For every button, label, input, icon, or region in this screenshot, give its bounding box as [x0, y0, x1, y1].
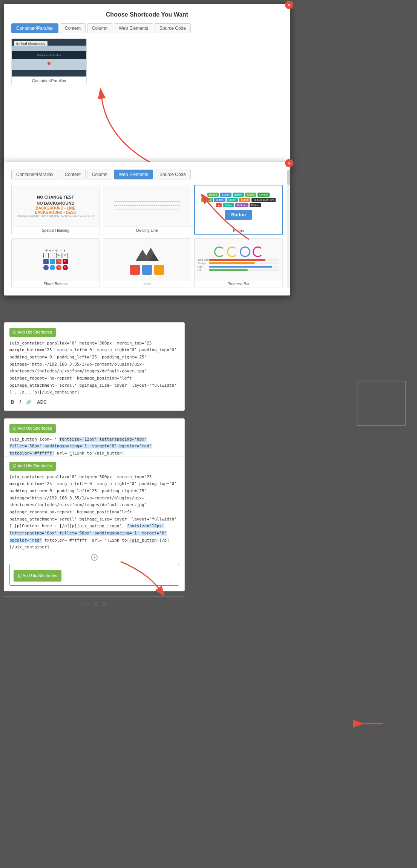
pb-bar-bg-3: [209, 266, 279, 268]
sc-special-heading[interactable]: NO CHANGE TESTNO BACKGROUND BACKGROUND •…: [11, 185, 100, 235]
tab-content-2[interactable]: Content: [60, 170, 86, 179]
share-row-text: ⊕ ★ ✓ ◎ ☺ ▲: [45, 249, 66, 252]
code-main-text[interactable]: [uix_container parallax='0' height='300p…: [9, 474, 179, 551]
code-main-params: parallax='0' height='300px' margin_top='…: [9, 475, 177, 529]
pb-fill-4: [209, 269, 248, 271]
div-line-3: [114, 210, 179, 210]
modal2-scrollbar[interactable]: [287, 170, 290, 288]
sc-icon-label: Icon: [103, 280, 191, 288]
pb-circle-green: [214, 246, 225, 257]
pb-label-3: Dev: [198, 265, 209, 268]
sc-share-buttons-label: Share Buttons: [12, 280, 100, 288]
italic-btn[interactable]: I: [18, 399, 22, 405]
special-heading-preview: NO CHANGE TESTNO BACKGROUND BACKGROUND •…: [12, 185, 100, 227]
link-btn[interactable]: 🔗: [25, 399, 33, 405]
pb-bar-row-3: Dev: [198, 265, 279, 268]
add-shortcode-btn-main[interactable]: Add Uix Shortodes: [9, 462, 56, 471]
pb-label-1: Web Des: [198, 259, 209, 261]
div-line-2: [114, 205, 179, 206]
sc-dividing-line-label: Dividing Line: [103, 227, 191, 234]
pb-circle-blue: [240, 246, 250, 257]
share-fb-round: f: [43, 265, 49, 270]
code-uix-btn-end-link: /uix_button: [129, 538, 157, 543]
share-row-2: f t G P: [43, 259, 68, 264]
tab-column-1[interactable]: Column: [87, 23, 112, 33]
sh-subtitle: THIS IS A DESCRIPTION FOR THE HEADING. D…: [17, 214, 95, 217]
add-shortcode-btn-1[interactable]: Add Uix Shortodes: [9, 328, 56, 337]
sc-dividing-line[interactable]: Dividing Line: [103, 185, 192, 235]
share-border-3: G+: [56, 253, 61, 258]
add-area-button[interactable]: +: [9, 554, 179, 561]
share-border-4: P: [63, 253, 68, 258]
code-text-1[interactable]: [uix_container parallax='0' height='300p…: [9, 340, 179, 396]
share-gp-round: G: [56, 265, 61, 270]
plus-circle-icon: +: [91, 554, 98, 561]
grid-view-icon[interactable]: ⊞: [102, 601, 106, 607]
modal2-tabs: Container/Parallax Content Column Web El…: [11, 170, 283, 179]
code-section-1: Add Uix Shortodes [uix_container paralla…: [4, 322, 185, 470]
share-buttons-preview: ⊕ ★ ✓ ◎ ☺ ▲ f t G+ P f t G P: [12, 239, 100, 280]
pb-bar-bg-1: [209, 259, 279, 261]
code-panel-main: Add Uix Shortodes [uix_container paralla…: [4, 456, 185, 591]
tab-source-code-1[interactable]: Source Code: [155, 23, 191, 33]
modal-title-1: Choose Shortcode You Want: [11, 11, 283, 18]
tab-container-parallax-2[interactable]: Container/Parallax: [11, 170, 58, 179]
container-section-label: Container & Section: [37, 54, 61, 57]
code-text-2[interactable]: [uix_button icon='' fontsize='12px' lett…: [9, 436, 179, 457]
pb-bar-row-2: Design: [198, 262, 279, 265]
tab-web-elements-1[interactable]: Web Elements: [114, 23, 153, 33]
pb-fill-3: [209, 266, 272, 268]
uix-cont-link2: [uix_container: [9, 475, 44, 479]
adc-btn[interactable]: ADC: [35, 399, 48, 405]
tab-web-elements-2[interactable]: Web Elements: [114, 170, 153, 179]
pb-bar-row-4: UX: [198, 269, 279, 271]
sc-progress-bar[interactable]: Web Des Design Dev: [194, 238, 283, 288]
tab-container-parallax-1[interactable]: Container/Parallax: [11, 23, 58, 33]
share-text-label: ⊕ ★ ✓ ◎ ☺ ▲: [45, 249, 66, 252]
bottom-code-box: Add Uix Shortodes: [9, 564, 179, 586]
code-main-end: txtcolor='#ffffff' url='']Link to[: [44, 538, 129, 543]
btn-orange: Default: [258, 193, 270, 197]
code-view-icon[interactable]: </>: [82, 601, 90, 607]
mountain-svg: [132, 244, 162, 263]
pb-bar-bg-4: [209, 269, 279, 271]
share-border-1: f: [43, 253, 49, 258]
progress-bar-preview: Web Des Design Dev: [195, 239, 282, 280]
modal-close-button-2[interactable]: ×: [285, 159, 293, 167]
code-panel-1: Add Uix Shortodes [uix_container paralla…: [4, 322, 185, 411]
pb-bars: Web Des Design Dev: [196, 259, 281, 272]
modal-close-button-1[interactable]: ×: [285, 1, 293, 9]
tab-source-code-2[interactable]: Source Code: [155, 170, 191, 179]
pb-bar-bg-2: [209, 262, 279, 264]
bottom-toolbar: </> [/] ⊞: [4, 597, 185, 607]
modal-choose-shortcode-2: × Container/Parallax Content Column Web …: [4, 162, 290, 295]
shortcode-view-icon[interactable]: [/]: [94, 601, 98, 607]
uix-container-link: [uix_container: [9, 341, 44, 346]
pb-fill-2: [209, 262, 254, 264]
colored-icons: [130, 265, 164, 275]
icon-blue: [142, 265, 152, 275]
add-shortcode-btn-2[interactable]: Add Uix Shortodes: [9, 424, 56, 433]
scrollbar-thumb: [287, 170, 290, 185]
icon-red: [130, 265, 140, 275]
share-row-3: f t G P: [43, 265, 68, 270]
pb-label-4: UX: [198, 269, 209, 271]
bottom-add-shortcode-btn[interactable]: Add Uix Shortodes: [14, 570, 61, 582]
share-tw-round: t: [50, 265, 55, 270]
code-uix-btn-link2: [uix_button icon='': [77, 524, 124, 528]
bold-btn[interactable]: B: [9, 399, 16, 405]
modal2-arrow-indicator: [196, 194, 256, 243]
sc-icon[interactable]: Icon: [103, 238, 192, 288]
pb-circle-yellow: [227, 246, 238, 257]
uix-button-link: [uix_button: [9, 437, 37, 442]
sc-share-buttons[interactable]: ⊕ ★ ✓ ◎ ☺ ▲ f t G+ P f t G P: [11, 238, 100, 288]
tab-column-2[interactable]: Column: [87, 170, 112, 179]
sc-special-heading-label: Special Heading: [12, 227, 100, 234]
red-indicator-dot: [48, 62, 51, 65]
tab-content-1[interactable]: Content: [60, 23, 86, 33]
share-pt-round: P: [63, 265, 68, 270]
share-pt-filled: P: [63, 259, 68, 264]
sc-progress-bar-label: Progress Bar: [195, 280, 282, 288]
div-line-1: [114, 201, 179, 202]
toolbar-row-1: B I 🔗 ADC: [9, 399, 179, 405]
